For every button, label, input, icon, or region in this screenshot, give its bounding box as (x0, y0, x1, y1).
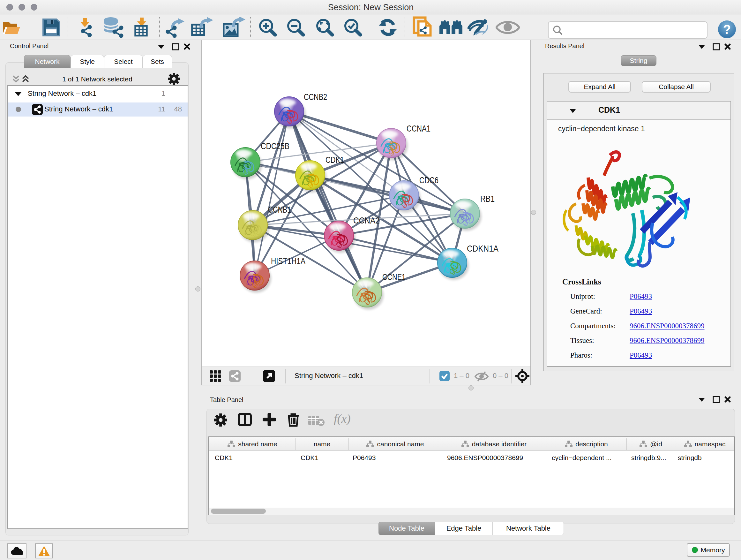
svg-text:CCNB1: CCNB1 (268, 205, 291, 214)
svg-text:CDC6: CDC6 (419, 175, 439, 185)
svg-text:CCNB2: CCNB2 (304, 92, 327, 102)
svg-text:CDKN1A: CDKN1A (467, 244, 498, 253)
svg-text:CCNA2: CCNA2 (353, 215, 380, 226)
svg-text:RB1: RB1 (480, 194, 495, 204)
svg-text:CDC25B: CDC25B (261, 141, 289, 151)
svg-text:HIST1H1A: HIST1H1A (271, 256, 306, 266)
svg-text:CCNE1: CCNE1 (382, 272, 406, 282)
svg-text:CDK1: CDK1 (326, 155, 344, 165)
svg-text:CCNA1: CCNA1 (407, 124, 430, 133)
